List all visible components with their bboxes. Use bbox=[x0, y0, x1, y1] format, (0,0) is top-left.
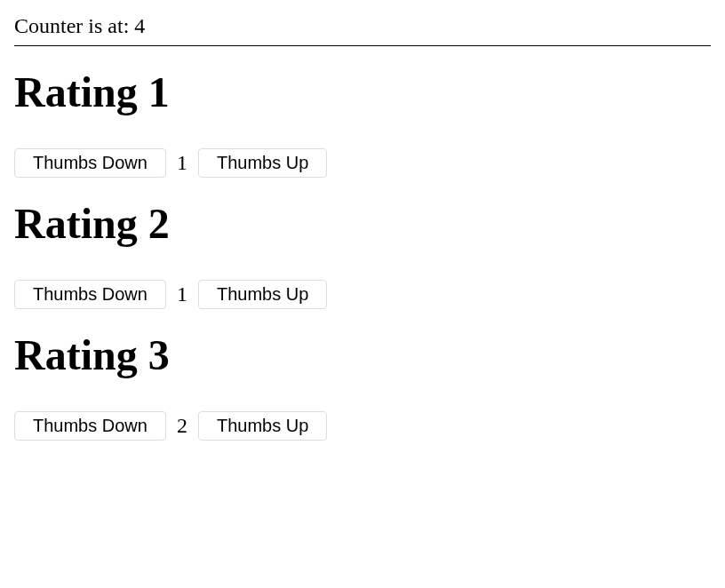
thumbs-up-button[interactable]: Thumbs Up bbox=[198, 280, 327, 309]
rating-block-3: Rating 3 Thumbs Down 2 Thumbs Up bbox=[14, 330, 711, 441]
rating-title: Rating 3 bbox=[14, 330, 711, 379]
thumbs-up-button[interactable]: Thumbs Up bbox=[198, 411, 327, 441]
thumbs-down-button[interactable]: Thumbs Down bbox=[14, 148, 166, 178]
thumbs-down-button[interactable]: Thumbs Down bbox=[14, 411, 166, 441]
rating-controls: Thumbs Down 1 Thumbs Up bbox=[14, 148, 711, 178]
rating-controls: Thumbs Down 1 Thumbs Up bbox=[14, 280, 711, 309]
rating-title: Rating 1 bbox=[14, 68, 711, 116]
counter-label: Counter is at: bbox=[14, 14, 134, 37]
rating-value: 1 bbox=[175, 151, 189, 175]
rating-title: Rating 2 bbox=[14, 199, 711, 248]
rating-value: 2 bbox=[175, 414, 189, 438]
thumbs-down-button[interactable]: Thumbs Down bbox=[14, 280, 166, 309]
rating-block-1: Rating 1 Thumbs Down 1 Thumbs Up bbox=[14, 68, 711, 178]
thumbs-up-button[interactable]: Thumbs Up bbox=[198, 148, 327, 178]
counter-value: 4 bbox=[134, 14, 145, 37]
rating-controls: Thumbs Down 2 Thumbs Up bbox=[14, 411, 711, 441]
divider bbox=[14, 45, 711, 46]
counter-line: Counter is at: 4 bbox=[14, 14, 711, 38]
rating-block-2: Rating 2 Thumbs Down 1 Thumbs Up bbox=[14, 199, 711, 309]
rating-value: 1 bbox=[175, 282, 189, 306]
